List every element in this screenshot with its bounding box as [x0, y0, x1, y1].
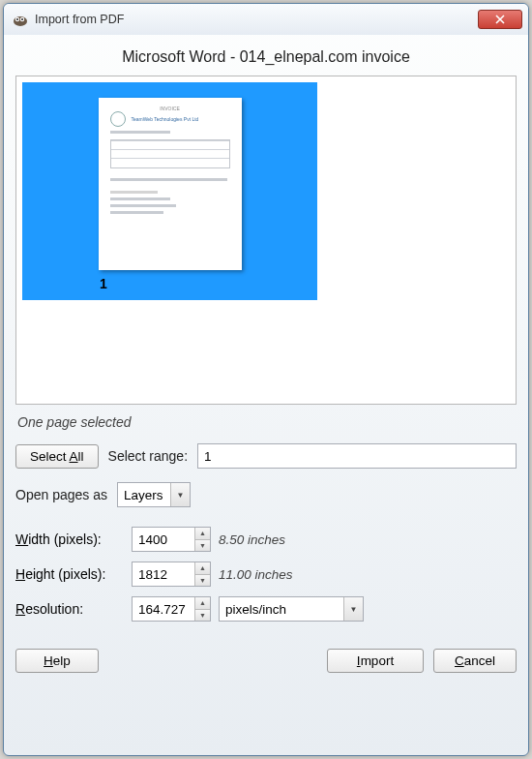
height-hint: 11.00 inches [219, 567, 293, 582]
page-thumbnail[interactable]: INVOICE TeamWeb Technologies Pvt Ltd [99, 98, 242, 270]
resolution-label: Resolution: [15, 601, 124, 617]
close-button[interactable] [478, 10, 522, 29]
chevron-down-icon[interactable]: ▼ [170, 483, 190, 506]
spin-up-icon[interactable]: ▲ [194, 562, 210, 575]
width-hint: 8.50 inches [219, 532, 285, 547]
selection-status: One page selected [17, 414, 517, 430]
page-thumbnail-selection[interactable]: INVOICE TeamWeb Technologies Pvt Ltd 1 [22, 82, 317, 300]
spin-down-icon[interactable]: ▼ [194, 540, 210, 552]
page-number-label: 1 [100, 276, 107, 291]
dialog-body: Microsoft Word - 014_elnepal.com invoice… [4, 35, 528, 755]
chevron-down-icon[interactable]: ▼ [343, 597, 363, 621]
gimp-icon [12, 11, 29, 28]
open-pages-as-label: Open pages as [15, 487, 107, 502]
select-range-input[interactable] [197, 443, 517, 469]
select-range-label: Select range: [108, 448, 189, 464]
spin-up-icon[interactable]: ▲ [194, 597, 210, 610]
height-label: Height (pixels): [15, 566, 124, 582]
spin-down-icon[interactable]: ▼ [194, 575, 210, 587]
width-label: Width (pixels): [15, 531, 124, 547]
spin-up-icon[interactable]: ▲ [194, 528, 210, 540]
height-spinner[interactable]: ▲▼ [132, 562, 211, 587]
resolution-spinner[interactable]: ▲▼ [132, 596, 211, 622]
svg-point-2 [16, 18, 18, 20]
select-all-button[interactable]: Select All [15, 444, 99, 469]
titlebar: Import from PDF [4, 4, 528, 35]
spin-down-icon[interactable]: ▼ [194, 610, 210, 622]
import-button[interactable]: Import [327, 649, 424, 673]
open-pages-as-combo[interactable]: ▼ [117, 482, 191, 507]
svg-point-0 [14, 16, 27, 26]
svg-point-4 [21, 18, 23, 20]
dialog-window: Import from PDF Microsoft Word - 014_eln… [3, 3, 529, 756]
resolution-unit-value[interactable] [219, 596, 364, 622]
document-title: Microsoft Word - 014_elnepal.com invoice [15, 48, 517, 66]
help-button[interactable]: Help [15, 649, 99, 673]
close-icon [495, 15, 505, 24]
window-title: Import from PDF [35, 13, 478, 26]
preview-area[interactable]: INVOICE TeamWeb Technologies Pvt Ltd 1 [15, 76, 517, 405]
cancel-button[interactable]: Cancel [433, 649, 517, 673]
width-spinner[interactable]: ▲▼ [132, 527, 211, 552]
resolution-unit-combo[interactable]: ▼ [219, 596, 364, 622]
